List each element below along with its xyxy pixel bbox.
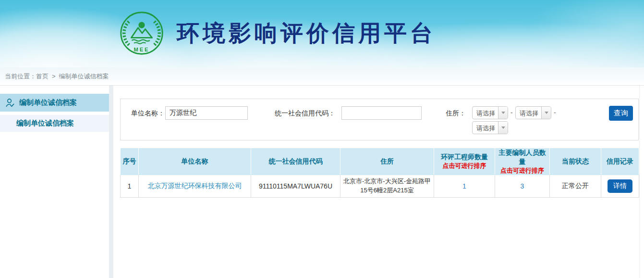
company-name-link[interactable]: 北京万源世纪环保科技有限公司 <box>148 182 242 190</box>
header-record: 信用记录 <box>601 148 639 175</box>
results-table: 序号 单位名称 统一社会信用代码 住所 环评工程师数量 点击可进行排序 主要编制… <box>120 148 639 198</box>
table-row: 1 北京万源世纪环保科技有限公司 91110115MA7LWUA76U 北京市-… <box>121 175 639 198</box>
table-header-row: 序号 单位名称 统一社会信用代码 住所 环评工程师数量 点击可进行排序 主要编制… <box>121 148 639 175</box>
detail-button[interactable]: 详情 <box>608 179 632 193</box>
sidebar-main-label: 编制单位诚信档案 <box>19 98 77 107</box>
breadcrumb-separator: > <box>52 73 56 80</box>
site-banner: MEE 环境影响评价信用平台 <box>0 0 644 67</box>
sidebar-sub-label: 编制单位诚信档案 <box>16 119 74 128</box>
header-seq: 序号 <box>121 148 139 175</box>
breadcrumb-home-link[interactable]: 首页 <box>36 72 49 81</box>
province-select[interactable]: 请选择 <box>472 106 508 119</box>
address-dash-2: - <box>554 109 556 116</box>
content-area: 单位名称： 统一社会信用代码： 住所： 请选择 - 请选择 - 请选择 查询 <box>113 86 639 278</box>
header-address: 住所 <box>340 148 434 175</box>
district-select-value: 请选择 <box>473 122 498 134</box>
query-button[interactable]: 查询 <box>609 106 633 121</box>
breadcrumb-prefix: 当前位置： <box>5 72 36 81</box>
credit-code-input[interactable] <box>341 106 422 120</box>
header-code: 统一社会信用代码 <box>251 148 340 175</box>
cell-address: 北京市-北京市-大兴区-金苑路甲15号6幢2层A215室 <box>340 175 434 198</box>
header-staff: 主要编制人员数量 点击可进行排序 <box>495 148 550 175</box>
mee-logo-icon: MEE <box>119 11 164 56</box>
cell-status: 正常公开 <box>550 175 601 198</box>
sidebar-divider <box>109 86 113 278</box>
unit-name-label: 单位名称： <box>131 109 165 118</box>
credit-code-label: 统一社会信用代码： <box>275 109 335 118</box>
sidebar-item-credit-archive[interactable]: 编制单位诚信档案 <box>0 94 109 112</box>
city-select-value: 请选择 <box>516 107 541 119</box>
page-title: 环境影响评价信用平台 <box>177 18 436 49</box>
sidebar: 编制单位诚信档案 编制单位诚信档案 <box>0 86 109 278</box>
staff-sort-button[interactable]: 点击可进行排序 <box>496 166 548 175</box>
engineers-count-link[interactable]: 1 <box>462 182 466 190</box>
header-engineers-title: 环评工程师数量 <box>441 153 488 161</box>
header-status: 当前状态 <box>550 148 601 175</box>
breadcrumb-current: 编制单位诚信档案 <box>59 72 109 81</box>
search-panel: 单位名称： 统一社会信用代码： 住所： 请选择 - 请选择 - 请选择 查询 <box>120 99 639 140</box>
sidebar-subitem-credit-archive[interactable]: 编制单位诚信档案 <box>0 115 109 132</box>
engineers-sort-button[interactable]: 点击可进行排序 <box>435 162 494 170</box>
user-check-icon <box>5 98 15 108</box>
staff-count-link[interactable]: 3 <box>521 182 524 190</box>
header-engineers: 环评工程师数量 点击可进行排序 <box>434 148 495 175</box>
svg-text:MEE: MEE <box>134 47 150 52</box>
address-dash-1: - <box>510 109 513 116</box>
breadcrumb: 当前位置： 首页 > 编制单位诚信档案 <box>0 67 644 86</box>
header-name: 单位名称 <box>139 148 251 175</box>
city-select[interactable]: 请选择 <box>515 106 551 119</box>
cell-seq: 1 <box>121 175 139 198</box>
chevron-down-icon[interactable] <box>498 122 508 134</box>
cell-credit-code: 91110115MA7LWUA76U <box>251 175 340 198</box>
district-select[interactable]: 请选择 <box>472 121 508 134</box>
unit-name-input[interactable] <box>165 106 248 120</box>
chevron-down-icon[interactable] <box>498 107 508 119</box>
header-staff-title: 主要编制人员数量 <box>499 149 546 165</box>
chevron-down-icon[interactable] <box>541 107 551 119</box>
address-label: 住所： <box>446 109 466 118</box>
province-select-value: 请选择 <box>473 107 498 119</box>
main-area: 编制单位诚信档案 编制单位诚信档案 单位名称： 统一社会信用代码： 住所： 请选… <box>0 86 640 278</box>
